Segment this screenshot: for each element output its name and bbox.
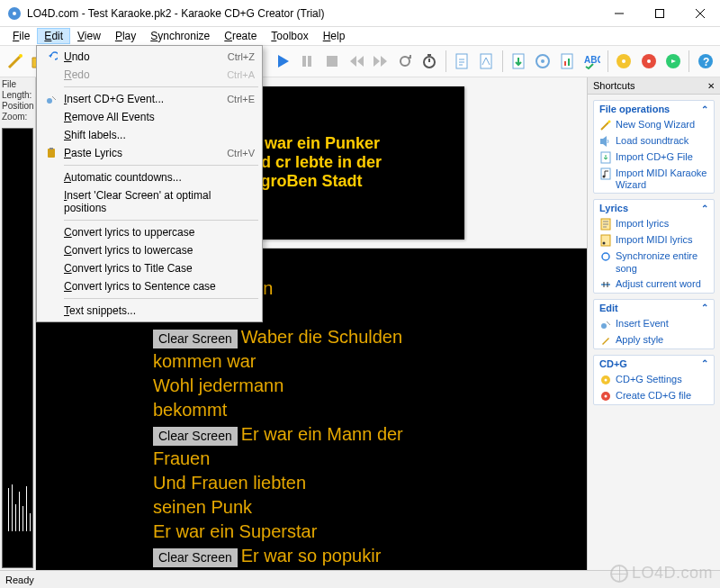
disc-b-button[interactable] (637, 49, 660, 74)
doc-b-button[interactable] (475, 49, 498, 74)
lyric-line[interactable]: Clear ScreenWaber die Schulden (153, 325, 587, 349)
lyric-line[interactable]: Clear ScreenEr war ein Mann der (153, 422, 587, 447)
left-label: Length: (2, 90, 33, 101)
shortcut-item[interactable]: New Song Wizard (594, 117, 714, 133)
lyric-line[interactable]: Wohl jedermann (153, 374, 587, 398)
menu-edit[interactable]: Edit (37, 28, 70, 44)
help-button[interactable]: ? (694, 49, 716, 74)
left-panel: FileLength:PositionZoom: (0, 77, 36, 570)
menu-item-paste-lyrics[interactable]: Paste LyricsCtrl+V (39, 144, 260, 162)
pause-button[interactable] (296, 49, 319, 74)
menu-item-text-snippets-[interactable]: Text snippets... (39, 302, 260, 320)
menu-item-undo[interactable]: UndoCtrl+Z (39, 48, 260, 66)
panel-close-icon[interactable]: ✕ (707, 81, 715, 91)
menu-item-convert-lyrics-to-title-case[interactable]: Convert lyrics to Title Case (39, 259, 260, 277)
settings-button[interactable] (532, 49, 554, 74)
menu-item-convert-lyrics-to-sentence-case[interactable]: Convert lyrics to Sentence case (39, 277, 260, 295)
report-button[interactable] (556, 49, 579, 74)
shortcut-item[interactable]: CD+G Settings (594, 372, 714, 388)
statusbar: Ready (0, 570, 720, 588)
doc-a-button[interactable] (450, 49, 472, 74)
maximize-button[interactable] (639, 0, 680, 27)
menu-item-label: Text snippets... (64, 304, 255, 317)
shortcut-item[interactable]: Import MIDI Karaoke Wizard (594, 166, 714, 193)
lyric-line[interactable]: Er war so exciting (153, 568, 587, 570)
shortcut-group-header[interactable]: Edit⌃ (594, 300, 714, 316)
menu-item-convert-lyrics-to-lowercase[interactable]: Convert lyrics to lowercase (39, 241, 260, 259)
menu-item-label: Shift labels... (64, 129, 255, 141)
svg-rect-23 (481, 54, 491, 68)
menu-view[interactable]: View (70, 28, 108, 44)
svg-point-45 (603, 242, 606, 245)
lyric-line[interactable]: seinen Punk (153, 495, 587, 520)
lyric-line[interactable]: Und Frauen liebten (153, 471, 587, 495)
lyric-line[interactable]: kommen war (153, 349, 587, 374)
disc-a-button[interactable] (613, 49, 635, 74)
sync-icon (599, 250, 612, 263)
spellcheck-button[interactable]: ABC (580, 49, 603, 74)
menu-help[interactable]: Help (316, 28, 353, 44)
svg-text:ABC: ABC (584, 55, 600, 65)
play-button[interactable] (272, 49, 294, 74)
svg-rect-18 (327, 56, 338, 67)
lyric-line[interactable]: Er war ein Superstar (153, 520, 587, 544)
shortcut-item[interactable]: Import MIDI lyrics (594, 232, 714, 249)
shortcut-item[interactable]: Insert Event (594, 316, 714, 332)
rewind-button[interactable] (345, 49, 367, 74)
shortcut-group-header[interactable]: File operations⌃ (594, 101, 714, 117)
menu-toolbox[interactable]: Toolbox (264, 28, 315, 44)
shortcut-item-label: Import lyrics (616, 218, 708, 230)
clear-screen-tag[interactable]: Clear Screen (153, 427, 238, 446)
menu-file[interactable]: File (5, 28, 37, 44)
import-icon (599, 151, 612, 164)
shortcut-item[interactable]: Create CD+G file (594, 388, 714, 404)
shortcut-item[interactable]: Adjust current word (594, 276, 714, 293)
shortcut-group-header[interactable]: CD+G⌃ (594, 356, 714, 372)
svg-rect-41 (601, 168, 610, 179)
clear-screen-tag[interactable]: Clear Screen (153, 548, 238, 567)
adjust-icon (599, 278, 612, 291)
lyric-line[interactable]: Clear ScreenEr war so popukir (153, 544, 587, 568)
lyric-text: seinen Punk (153, 497, 252, 517)
settings-icon (599, 374, 612, 386)
wizard-button[interactable] (4, 49, 26, 74)
shortcut-item[interactable]: Apply style (594, 332, 714, 348)
clear-screen-tag[interactable]: Clear Screen (153, 330, 238, 348)
lyric-text: Wohl jedermann (153, 375, 284, 395)
shortcut-item-label: Adjust current word (616, 278, 708, 290)
shortcut-group-header[interactable]: Lyrics⌃ (594, 200, 714, 216)
menu-item-automatic-countdowns-[interactable]: Automatic countdowns... (39, 168, 260, 186)
menu-item-shift-labels-[interactable]: Shift labels... (39, 126, 260, 144)
shortcut-item[interactable]: Import lyrics (594, 216, 714, 232)
menu-item-remove-all-events[interactable]: Remove All Events (39, 108, 260, 126)
timer-button[interactable] (418, 49, 440, 74)
timeline-track[interactable] (2, 128, 33, 568)
app-icon (7, 6, 22, 21)
lyric-text: kommen war (153, 351, 256, 371)
shortcut-item[interactable]: Synchronize entire song (594, 249, 714, 276)
menu-separator (64, 86, 258, 87)
minimize-button[interactable] (598, 0, 639, 27)
lyric-text: Frauen (153, 448, 210, 468)
menu-item-insert-clear-screen-at-optimal-positions[interactable]: Insert 'Clear Screen' at optimal positio… (39, 186, 260, 217)
loop-button[interactable] (393, 49, 416, 74)
menu-item-convert-lyrics-to-uppercase[interactable]: Convert lyrics to uppercase (39, 223, 260, 241)
shortcut-item[interactable]: Import CD+G File (594, 149, 714, 166)
close-button[interactable] (680, 0, 720, 27)
svg-point-51 (605, 394, 608, 397)
export-button[interactable] (508, 49, 530, 74)
menu-play[interactable]: Play (108, 28, 143, 44)
menu-item-accel: Ctrl+Z (228, 51, 255, 62)
menu-synchronize[interactable]: Synchronize (143, 28, 217, 44)
stop-button[interactable] (320, 49, 343, 74)
menu-item-label: Redo (64, 68, 216, 81)
lyric-line[interactable]: bekommt (153, 398, 587, 422)
lyric-line[interactable]: Frauen (153, 447, 587, 471)
menu-create[interactable]: Create (217, 28, 264, 44)
disc-c-button[interactable] (662, 49, 684, 74)
svg-rect-39 (600, 139, 603, 144)
menu-item-insert-cd-g-event-[interactable]: Insert CD+G Event...Ctrl+E (39, 90, 260, 108)
shortcut-item[interactable]: Load soundtrack (594, 133, 714, 149)
forward-button[interactable] (369, 49, 392, 74)
separator (446, 50, 446, 72)
